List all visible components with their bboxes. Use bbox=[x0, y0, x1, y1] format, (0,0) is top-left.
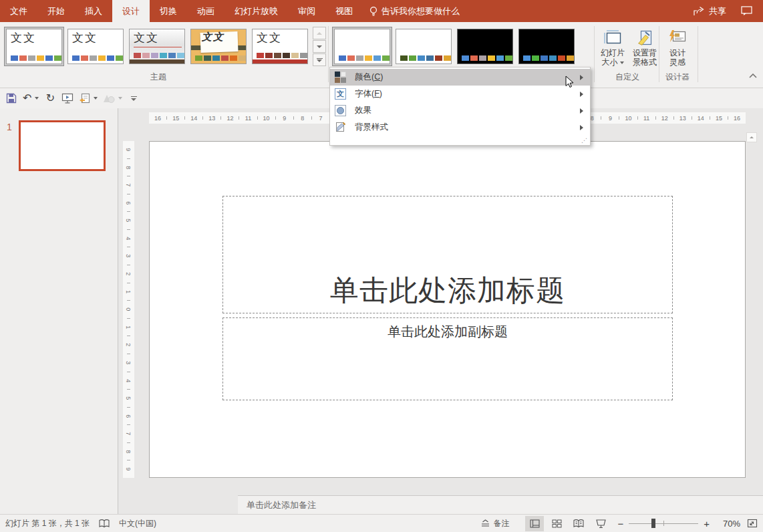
zoom-level[interactable]: 70% bbox=[714, 519, 740, 529]
zoom-in-button[interactable]: + bbox=[700, 518, 714, 529]
redo-button[interactable]: ↻ bbox=[43, 90, 57, 106]
submenu-arrow-icon bbox=[580, 108, 583, 114]
menu-resize-grip[interactable]: ⋰ bbox=[330, 136, 590, 145]
tab-动画[interactable]: 动画 bbox=[187, 0, 224, 22]
tell-me-box[interactable]: 告诉我你想要做什么 bbox=[369, 0, 460, 22]
reading-view-icon bbox=[573, 519, 584, 528]
theme-gallery: 文文 文文 文文 文文 bbox=[4, 27, 311, 66]
theme-thumbnail-4[interactable]: 文文 bbox=[188, 27, 249, 66]
submenu-arrow-icon bbox=[580, 125, 583, 130]
start-slideshow-button[interactable] bbox=[60, 90, 75, 106]
gallery-scroll-up-button[interactable] bbox=[313, 27, 326, 39]
slide-sorter-view-button[interactable] bbox=[547, 516, 566, 531]
slide-size-label-2: 大小 bbox=[602, 57, 618, 67]
title-placeholder[interactable]: 单击此处添加标题 bbox=[222, 196, 673, 313]
reading-view-button[interactable] bbox=[569, 516, 588, 531]
theme-gallery-scrollbar bbox=[313, 27, 326, 67]
variant-swatches bbox=[523, 55, 574, 61]
subtitle-placeholder[interactable]: 单击此处添加副标题 bbox=[222, 317, 673, 400]
theme-thumbnail-5[interactable]: 文文 bbox=[250, 27, 310, 66]
normal-view-icon bbox=[530, 519, 540, 528]
theme-swatches bbox=[195, 55, 246, 61]
theme-swatches bbox=[72, 55, 123, 61]
notes-pane[interactable]: 单击此处添加备注 bbox=[238, 495, 763, 514]
disabled-caret-icon bbox=[118, 97, 122, 100]
chevron-up-icon bbox=[749, 74, 757, 78]
gallery-scroll-down-button[interactable] bbox=[313, 40, 326, 53]
slideshow-view-button[interactable] bbox=[591, 516, 610, 531]
menu-item-fonts[interactable]: 文 字体(F) bbox=[330, 86, 590, 102]
language-indicator[interactable]: 中文(中国) bbox=[119, 518, 156, 529]
workspace: 1 16151413121110987654321012345678910111… bbox=[0, 108, 763, 514]
variant-thumbnail-4[interactable] bbox=[516, 27, 577, 66]
tab-文件[interactable]: 文件 bbox=[0, 0, 37, 22]
scroll-up-button[interactable] bbox=[746, 132, 757, 142]
new-slide-button[interactable] bbox=[78, 90, 99, 106]
variant-thumbnail-1[interactable] bbox=[332, 27, 392, 66]
variant-thumbnail-3[interactable] bbox=[455, 27, 515, 66]
tab-插入[interactable]: 插入 bbox=[75, 0, 112, 22]
fonts-icon: 文 bbox=[335, 88, 346, 100]
normal-view-button[interactable] bbox=[525, 516, 544, 531]
theme-sample-text: 文文 bbox=[134, 30, 159, 45]
variant-swatches bbox=[462, 55, 512, 61]
gallery-more-button[interactable] bbox=[313, 53, 326, 66]
undo-caret-icon bbox=[35, 97, 39, 100]
tab-幻灯片放映[interactable]: 幻灯片放映 bbox=[224, 0, 288, 22]
tab-切换[interactable]: 切换 bbox=[150, 0, 187, 22]
dropdown-caret-icon bbox=[620, 61, 624, 64]
theme-thumbnail-1[interactable]: 文文 bbox=[4, 27, 64, 66]
disabled-shape-button[interactable] bbox=[102, 90, 124, 106]
scroll-up-icon bbox=[317, 32, 322, 35]
redo-icon: ↻ bbox=[46, 93, 55, 104]
zoom-out-button[interactable]: − bbox=[613, 518, 627, 529]
slide-canvas[interactable]: 单击此处添加标题 单击此处添加副标题 bbox=[149, 141, 746, 478]
ribbon-tab-bar: 文件开始插入设计切换动画幻灯片放映审阅视图 告诉我你想要做什么 共享 bbox=[0, 0, 763, 22]
spell-check-icon[interactable] bbox=[99, 519, 110, 528]
title-placeholder-text: 单击此处添加标题 bbox=[330, 271, 565, 313]
variant-swatches bbox=[339, 55, 390, 61]
save-icon bbox=[6, 93, 17, 104]
theme-sample-text: 文文 bbox=[11, 30, 36, 45]
menu-item-background-styles[interactable]: 背景样式 bbox=[330, 119, 590, 136]
more-caret-icon bbox=[317, 59, 322, 62]
fit-to-window-icon[interactable] bbox=[747, 519, 758, 528]
variant-thumbnail-2[interactable] bbox=[394, 27, 454, 66]
notes-placeholder-text: 单击此处添加备注 bbox=[247, 499, 316, 511]
collapse-ribbon-button[interactable] bbox=[747, 70, 759, 81]
comments-icon[interactable] bbox=[741, 6, 752, 16]
theme-thumbnail-3[interactable]: 文文 bbox=[127, 27, 187, 66]
zoom-slider-handle[interactable] bbox=[651, 519, 655, 528]
zoom-slider[interactable] bbox=[629, 519, 698, 528]
tell-me-label: 告诉我你想要做什么 bbox=[382, 5, 460, 17]
slide-size-icon bbox=[603, 28, 622, 48]
notes-toggle-label: 备注 bbox=[493, 518, 509, 529]
shapes-icon bbox=[103, 94, 115, 104]
more-icon bbox=[317, 58, 323, 59]
theme-thumbnail-2[interactable]: 文文 bbox=[65, 27, 126, 66]
variant-gallery bbox=[332, 27, 578, 66]
menu-item-colors[interactable]: 颜色(C) bbox=[330, 69, 590, 86]
slide-1-thumbnail[interactable] bbox=[19, 120, 106, 171]
background-styles-icon bbox=[335, 122, 346, 133]
customize-group-label: 自定义 bbox=[597, 72, 658, 83]
customize-qat-button[interactable] bbox=[126, 90, 141, 106]
submenu-arrow-icon bbox=[580, 75, 583, 80]
theme-swatches bbox=[134, 53, 184, 58]
format-background-icon bbox=[636, 28, 653, 48]
menu-item-effects[interactable]: 效果 bbox=[330, 102, 590, 119]
theme-sample-text: 文文 bbox=[257, 30, 282, 45]
tab-开始[interactable]: 开始 bbox=[37, 0, 75, 22]
tab-审阅[interactable]: 审阅 bbox=[288, 0, 325, 22]
theme-swatches bbox=[11, 55, 61, 61]
notes-toggle-button[interactable]: 备注 bbox=[481, 518, 509, 529]
tab-设计[interactable]: 设计 bbox=[112, 0, 150, 22]
slideshow-icon bbox=[61, 93, 73, 104]
save-button[interactable] bbox=[4, 90, 19, 106]
share-button[interactable]: 共享 bbox=[694, 5, 726, 17]
tab-视图[interactable]: 视图 bbox=[325, 0, 363, 22]
format-background-label-2: 景格式 bbox=[633, 57, 657, 67]
undo-button[interactable]: ↶ bbox=[21, 90, 40, 106]
share-icon bbox=[694, 6, 705, 16]
theme-swatches bbox=[257, 53, 307, 58]
